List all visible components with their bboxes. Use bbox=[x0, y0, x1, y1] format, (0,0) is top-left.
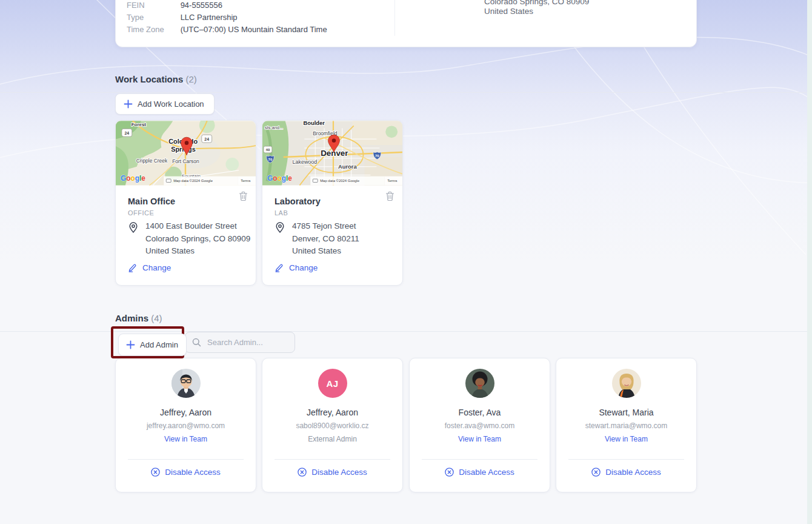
add-work-location-label: Add Work Location bbox=[138, 99, 204, 109]
delete-location-button[interactable] bbox=[237, 191, 249, 203]
avatar bbox=[171, 369, 201, 398]
route-shield-24b: 24 bbox=[202, 135, 212, 143]
scrollbar-track[interactable] bbox=[807, 0, 812, 524]
svg-text:24: 24 bbox=[204, 137, 209, 141]
circled-x-icon bbox=[298, 468, 307, 477]
map-terms-link: Terms bbox=[387, 179, 397, 183]
address-line: 4785 Tejon Street bbox=[292, 220, 359, 233]
location-pin-icon bbox=[128, 222, 139, 233]
change-location-link[interactable]: Change bbox=[128, 263, 171, 272]
location-type: LAB bbox=[275, 209, 288, 217]
admin-name: Stewart, Maria bbox=[556, 408, 696, 417]
admin-card: Foster, Ava foster.ava@wmo.com View in T… bbox=[409, 358, 550, 492]
admin-card: AJ Jeffrey, Aaron sabol8900@worklio.cz E… bbox=[262, 358, 403, 492]
circled-x-icon bbox=[151, 468, 160, 477]
section-divider bbox=[0, 92, 812, 93]
card-divider bbox=[568, 459, 684, 460]
admin-name: Foster, Ava bbox=[410, 408, 550, 417]
svg-text:70: 70 bbox=[268, 158, 273, 161]
change-location-link[interactable]: Change bbox=[275, 263, 318, 272]
plus-icon bbox=[124, 99, 133, 109]
section-count: (2) bbox=[185, 74, 196, 84]
location-name: Laboratory bbox=[275, 196, 321, 206]
avatar-initials: AJ bbox=[318, 369, 347, 398]
map-label: Fort Carson bbox=[172, 158, 199, 164]
address-line: United States bbox=[484, 7, 589, 16]
admins-title: Admins (4) bbox=[115, 313, 162, 323]
disable-access-link[interactable]: Disable Access bbox=[556, 468, 696, 477]
location-type: OFFICE bbox=[128, 209, 154, 217]
disable-access-label: Disable Access bbox=[459, 468, 514, 477]
map-attribution: Map data ©2024 Google bbox=[320, 179, 359, 183]
google-logo: Google bbox=[267, 174, 292, 183]
map-label: Aurora bbox=[338, 163, 358, 170]
disable-access-label: Disable Access bbox=[165, 468, 221, 477]
google-logo: Google bbox=[121, 174, 145, 183]
circled-x-icon bbox=[445, 468, 454, 477]
admin-email: stewart.maria@wmo.com bbox=[556, 422, 696, 430]
work-locations-title: Work Locations (2) bbox=[115, 74, 197, 84]
map-label: Lakewood bbox=[293, 159, 318, 165]
delete-location-button[interactable] bbox=[384, 191, 396, 203]
section-count: (4) bbox=[151, 313, 162, 323]
address-line: Denver, CO 80211 bbox=[292, 233, 359, 246]
view-in-team-link[interactable]: View in Team bbox=[116, 435, 256, 443]
location-name: Main Office bbox=[128, 196, 175, 206]
disable-access-link[interactable]: Disable Access bbox=[262, 468, 402, 477]
company-field-row: FEIN 94-5555556 bbox=[127, 1, 222, 10]
change-label: Change bbox=[289, 263, 318, 272]
work-location-card-main-office: 24 24 Forest Colorado Springs Cripple Cr… bbox=[115, 120, 256, 286]
map-label: Boulder bbox=[303, 121, 325, 126]
company-field-row: Time Zone (UTC–07:00) US Mountain Standa… bbox=[127, 25, 327, 34]
field-value: LLC Partnership bbox=[181, 13, 238, 22]
route-shield-24: 24 bbox=[122, 129, 132, 136]
pencil-icon bbox=[128, 263, 137, 272]
disable-access-label: Disable Access bbox=[605, 468, 661, 477]
add-admin-button[interactable]: Add Admin bbox=[118, 334, 187, 356]
map-terms-link: Terms bbox=[241, 179, 250, 183]
map-label: sts and... bbox=[265, 125, 283, 130]
location-pin-icon bbox=[275, 222, 285, 233]
section-title-text: Admins bbox=[115, 313, 148, 323]
admin-email: jeffrey.aaron@wmo.com bbox=[116, 422, 256, 430]
card-divider bbox=[128, 459, 244, 460]
view-in-team-link[interactable]: View in Team bbox=[556, 435, 696, 443]
location-address: 4785 Tejon Street Denver, CO 80211 Unite… bbox=[275, 220, 359, 258]
card-divider bbox=[422, 459, 537, 460]
add-admin-label: Add Admin bbox=[140, 340, 178, 349]
field-value: 94-5555556 bbox=[181, 1, 222, 10]
circled-x-icon bbox=[591, 468, 601, 477]
map-thumbnail-denver[interactable]: 40 70 70 Boulder sts and... Broomfield D… bbox=[262, 121, 402, 186]
disable-access-link[interactable]: Disable Access bbox=[116, 468, 256, 477]
company-address: Colorado Springs, CO 80909 United States bbox=[484, 0, 589, 16]
admin-search bbox=[185, 332, 295, 353]
location-address: 1400 East Boulder Street Colorado Spring… bbox=[128, 220, 250, 258]
address-line: United States bbox=[292, 245, 359, 258]
address-line: Colorado Springs, CO 80909 bbox=[145, 233, 250, 246]
admin-email: foster.ava@wmo.com bbox=[410, 422, 550, 430]
admin-card: Stewart, Maria stewart.maria@wmo.com Vie… bbox=[556, 358, 697, 492]
avatar bbox=[465, 369, 494, 398]
view-in-team-link[interactable]: View in Team bbox=[410, 435, 550, 443]
vertical-divider bbox=[394, 0, 395, 36]
trash-icon bbox=[385, 191, 394, 201]
search-admin-input[interactable] bbox=[185, 332, 295, 353]
add-work-location-button[interactable]: Add Work Location bbox=[115, 93, 215, 115]
disable-access-link[interactable]: Disable Access bbox=[410, 468, 550, 477]
keyboard-shortcuts-icon bbox=[166, 179, 171, 182]
company-info-card: FEIN 94-5555556 Type LLC Partnership Tim… bbox=[115, 0, 697, 47]
admin-name: Jeffrey, Aaron bbox=[116, 408, 256, 417]
map-label: Cripple Creek bbox=[136, 158, 168, 164]
route-shield-40: 40 bbox=[264, 146, 272, 153]
admin-email: sabol8900@worklio.cz bbox=[262, 422, 402, 430]
map-thumbnail-colorado-springs[interactable]: 24 24 Forest Colorado Springs Cripple Cr… bbox=[116, 121, 256, 186]
page: FEIN 94-5555556 Type LLC Partnership Tim… bbox=[0, 0, 812, 524]
search-icon bbox=[192, 338, 201, 347]
address-line: Colorado Springs, CO 80909 bbox=[484, 0, 589, 7]
keyboard-shortcuts-icon bbox=[313, 179, 318, 182]
field-value: (UTC–07:00) US Mountain Standard Time bbox=[181, 25, 327, 34]
field-label: Time Zone bbox=[127, 25, 178, 34]
field-label: FEIN bbox=[127, 1, 178, 10]
svg-text:24: 24 bbox=[124, 131, 129, 135]
plus-icon bbox=[126, 340, 135, 349]
